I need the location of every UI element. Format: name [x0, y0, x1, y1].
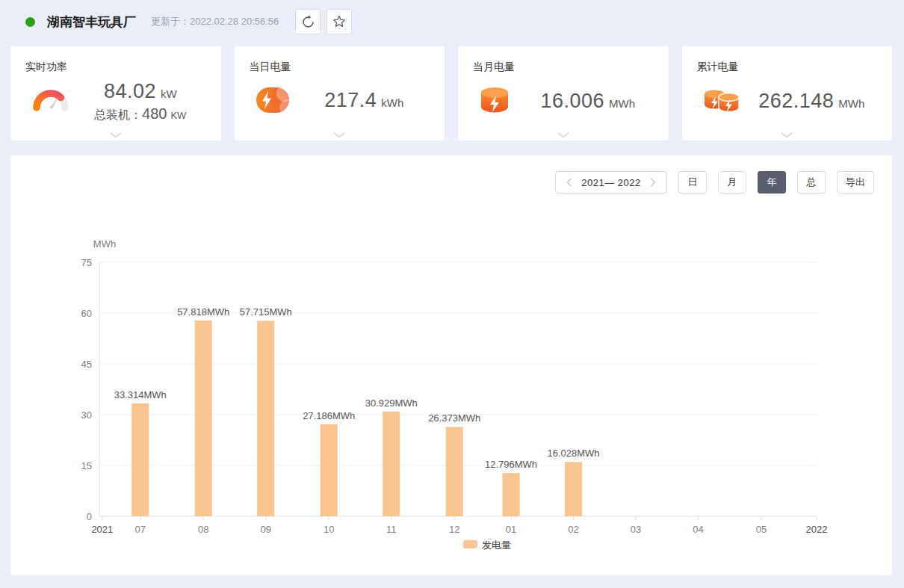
x-tick-label: 07 — [134, 524, 145, 535]
installed-capacity-label: 总装机： — [94, 108, 142, 123]
bar-07[interactable] — [131, 403, 149, 516]
x-tick-label: 09 — [260, 524, 270, 535]
expand-chevron-icon[interactable] — [557, 132, 569, 138]
chart-toolbar: 2021— 2022 日月年总 导出 — [28, 171, 874, 194]
bar-09[interactable] — [257, 321, 274, 516]
x-tick-label: 2022 — [806, 524, 828, 535]
expand-chevron-icon[interactable] — [781, 132, 793, 138]
chart-panel: 2021— 2022 日月年总 导出 01530456075MWh2021070… — [10, 155, 892, 575]
bar-value-label: 27.186MWh — [303, 410, 355, 421]
x-tick-label: 02 — [568, 524, 578, 535]
generation-bar-chart: 01530456075MWh20210708091011120102030405… — [28, 194, 874, 571]
header-bar: 湖南智丰玩具厂 更新于：2022.02.28 20:56:56 — [0, 0, 904, 43]
x-tick-label: 08 — [198, 524, 208, 535]
monthly-energy-value: 16.006 — [540, 90, 604, 113]
card-title: 当日电量 — [250, 61, 432, 74]
y-tick-label: 0 — [87, 511, 92, 522]
legend-item[interactable]: 发电量 — [463, 539, 511, 551]
favorite-button[interactable] — [326, 9, 352, 34]
bar-value-label: 12.796MWh — [485, 459, 537, 470]
updated-at-label: 更新于：2022.02.28 20:56:56 — [151, 15, 279, 28]
total-energy-unit: MWh — [838, 97, 864, 110]
export-button[interactable]: 导出 — [837, 171, 874, 194]
installed-capacity-unit: KW — [170, 110, 186, 121]
refresh-icon — [301, 15, 315, 29]
view-button-总[interactable]: 总 — [797, 171, 826, 194]
bar-value-label: 16.028MWh — [548, 448, 600, 459]
card-total-energy: 累计电量 — [682, 46, 893, 140]
card-monthly-energy: 当月电量 — [458, 46, 669, 140]
x-tick-label: 12 — [449, 524, 459, 535]
plant-name: 湖南智丰玩具厂 — [47, 13, 136, 31]
bar-10[interactable] — [321, 424, 338, 516]
bar-12[interactable] — [446, 427, 463, 516]
y-tick-label: 45 — [81, 359, 92, 370]
card-title: 累计电量 — [697, 61, 879, 74]
bar-value-label: 30.929MWh — [365, 397, 418, 409]
star-icon — [332, 14, 347, 29]
bar-11[interactable] — [383, 412, 400, 516]
energy-cylinders-icon — [702, 84, 743, 117]
y-tick-label: 30 — [81, 409, 92, 421]
range-prev-icon[interactable] — [565, 176, 574, 188]
stats-row: 实时功率 — [10, 46, 892, 140]
lightning-pill-icon — [254, 84, 291, 116]
x-tick-label: 04 — [693, 524, 703, 535]
y-tick-label: 75 — [81, 257, 92, 268]
legend-label: 发电量 — [482, 539, 511, 551]
expand-chevron-icon[interactable] — [110, 132, 122, 138]
x-tick-label: 03 — [631, 524, 641, 535]
daily-energy-value: 217.4 — [324, 89, 377, 112]
legend-swatch — [463, 540, 477, 548]
daily-energy-unit: kWh — [381, 96, 403, 109]
view-button-月[interactable]: 月 — [718, 171, 746, 194]
expand-chevron-icon[interactable] — [333, 132, 345, 138]
refresh-button[interactable] — [295, 9, 321, 34]
installed-capacity-value: 480 — [142, 105, 167, 123]
view-button-日[interactable]: 日 — [678, 171, 707, 194]
y-tick-label: 60 — [81, 308, 92, 319]
date-range-label: 2021— 2022 — [581, 177, 640, 188]
bar-value-label: 57.715MWh — [240, 306, 292, 318]
energy-cylinder-icon — [477, 84, 512, 117]
view-button-年[interactable]: 年 — [758, 171, 786, 194]
gauge-icon — [30, 82, 72, 121]
x-tick-label: 01 — [506, 524, 516, 535]
x-tick-label: 2021 — [91, 524, 113, 535]
y-tick-label: 15 — [81, 460, 92, 471]
date-range-picker[interactable]: 2021— 2022 — [555, 171, 667, 194]
x-tick-label: 05 — [756, 524, 767, 535]
card-title: 当月电量 — [473, 61, 655, 74]
y-axis-title: MWh — [93, 238, 116, 250]
card-title: 实时功率 — [25, 61, 208, 74]
bar-02[interactable] — [565, 462, 582, 516]
card-daily-energy: 当日电量 — [235, 46, 445, 140]
bar-value-label: 26.373MWh — [428, 412, 480, 424]
total-energy-value: 262.148 — [758, 90, 834, 113]
bar-08[interactable] — [195, 321, 212, 516]
x-tick-label: 11 — [386, 524, 397, 535]
bar-value-label: 33.314MWh — [114, 389, 167, 400]
x-tick-label: 10 — [323, 524, 334, 535]
realtime-power-value: 84.02 — [104, 80, 156, 103]
range-next-icon[interactable] — [648, 176, 657, 188]
bar-value-label: 57.818MWh — [177, 306, 229, 318]
card-realtime-power: 实时功率 — [10, 46, 221, 140]
online-status-dot — [25, 17, 35, 27]
bar-01[interactable] — [503, 473, 520, 516]
monthly-energy-unit: MWh — [609, 97, 635, 110]
realtime-power-unit: kW — [161, 87, 177, 100]
